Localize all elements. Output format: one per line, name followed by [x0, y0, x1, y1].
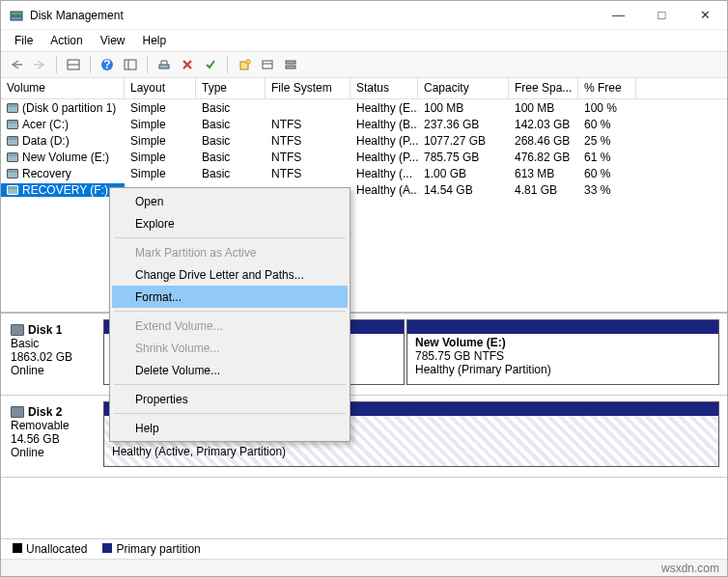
properties-button[interactable]: [258, 55, 277, 74]
volume-row[interactable]: RecoverySimpleBasicNTFSHealthy (...1.00 …: [1, 165, 727, 181]
disk-status: Online: [11, 446, 98, 459]
volume-table-header: Volume Layout Type File System Status Ca…: [1, 78, 727, 99]
svg-rect-1: [11, 16, 22, 20]
col-layout[interactable]: Layout: [125, 78, 196, 98]
app-icon: [9, 8, 24, 23]
cell: 100 MB: [418, 101, 509, 115]
context-menu: Open Explore Mark Partition as Active Ch…: [109, 187, 350, 442]
toolbar-separator: [56, 56, 57, 73]
disk-icon: [11, 324, 24, 336]
ctx-mark-active: Mark Partition as Active: [112, 241, 348, 263]
disk-size: 1863.02 GB: [11, 350, 98, 364]
help-button[interactable]: ?: [98, 55, 117, 74]
ctx-change-letter[interactable]: Change Drive Letter and Paths...: [112, 263, 348, 286]
window-controls: — □ ✕: [597, 1, 727, 29]
scan-button[interactable]: [154, 55, 174, 74]
cell: 237.36 GB: [418, 118, 509, 131]
forward-button[interactable]: [30, 55, 49, 74]
ctx-shrink: Shrink Volume...: [112, 337, 348, 359]
menu-action[interactable]: Action: [42, 32, 90, 49]
cell: 60 %: [578, 167, 636, 180]
volume-icon: [7, 152, 18, 162]
cell: NTFS: [266, 167, 350, 180]
ctx-open[interactable]: Open: [112, 190, 348, 212]
cell: Simple: [125, 134, 196, 148]
toolbar-separator: [227, 56, 228, 73]
col-capacity[interactable]: Capacity: [418, 78, 509, 98]
disk-type: Basic: [11, 337, 98, 350]
disk-size: 14.56 GB: [11, 432, 98, 446]
svg-rect-13: [286, 61, 295, 64]
legend-unallocated: Unallocated: [13, 542, 87, 556]
cell: Basic: [196, 101, 266, 115]
cell: 1.00 GB: [418, 167, 509, 180]
cell: 60 %: [578, 118, 636, 131]
cell: Simple: [125, 167, 196, 180]
cell: Healthy (A...: [350, 183, 418, 197]
window-title: Disk Management: [30, 9, 597, 22]
col-status[interactable]: Status: [350, 78, 418, 98]
disk1-part-newvolume[interactable]: New Volume (E:) 785.75 GB NTFS Healthy (…: [406, 319, 719, 385]
col-free[interactable]: Free Spa...: [509, 78, 578, 98]
volume-row[interactable]: Data (D:)SimpleBasicNTFSHealthy (P...107…: [1, 132, 727, 149]
settings-button[interactable]: [121, 55, 140, 74]
disk-label-2: Disk 2 Removable 14.56 GB Online: [9, 401, 98, 467]
ctx-help[interactable]: Help: [112, 417, 348, 439]
cell: Simple: [125, 101, 196, 115]
minimize-button[interactable]: —: [597, 1, 640, 29]
cell: 476.82 GB: [509, 151, 578, 164]
col-type[interactable]: Type: [196, 78, 266, 98]
cell: NTFS: [266, 134, 350, 148]
ctx-delete[interactable]: Delete Volume...: [112, 359, 348, 381]
footer: wsxdn.com: [1, 559, 727, 576]
svg-rect-11: [263, 61, 272, 69]
svg-rect-8: [159, 65, 169, 69]
cell: Healthy (P...: [350, 151, 418, 164]
cell: 25 %: [578, 134, 636, 148]
menu-view[interactable]: View: [93, 32, 133, 49]
ctx-divider: [114, 384, 346, 385]
volume-icon: [7, 120, 18, 129]
volume-row[interactable]: Acer (C:)SimpleBasicNTFSHealthy (B...237…: [1, 116, 727, 132]
svg-rect-0: [11, 12, 22, 15]
close-button[interactable]: ✕: [684, 1, 727, 29]
cell: 33 %: [578, 183, 636, 197]
volume-icon: [7, 169, 18, 179]
col-filesystem[interactable]: File System: [266, 78, 350, 98]
svg-rect-14: [286, 66, 295, 69]
disks-button[interactable]: [281, 55, 300, 74]
toolbar: ?: [1, 51, 727, 78]
disk-status: Online: [11, 364, 98, 377]
volume-row[interactable]: (Disk 0 partition 1)SimpleBasicHealthy (…: [1, 99, 727, 116]
toolbar-separator: [90, 56, 91, 73]
new-volume-button[interactable]: [235, 55, 254, 74]
cell: 14.54 GB: [418, 183, 509, 197]
cell: RECOVERY (F:): [1, 183, 125, 197]
cell: NTFS: [266, 118, 350, 131]
cell: 100 %: [578, 101, 636, 115]
disk-label-1: Disk 1 Basic 1863.02 GB Online: [9, 319, 98, 385]
delete-button[interactable]: [178, 55, 197, 74]
check-button[interactable]: [201, 55, 220, 74]
back-button[interactable]: [7, 55, 26, 74]
ctx-format[interactable]: Format...: [112, 286, 348, 308]
layout-button[interactable]: [64, 55, 83, 74]
col-volume[interactable]: Volume: [1, 78, 125, 98]
volume-row[interactable]: New Volume (E:)SimpleBasicNTFSHealthy (P…: [1, 149, 727, 165]
menu-file[interactable]: File: [7, 32, 41, 49]
ctx-properties[interactable]: Properties: [112, 388, 348, 410]
col-pctfree[interactable]: % Free: [578, 78, 636, 98]
cell: 268.46 GB: [509, 134, 578, 148]
disk-name: Disk 1: [28, 323, 62, 337]
partition-title: New Volume (E:): [415, 336, 506, 349]
partition-status: Healthy (Primary Partition): [415, 363, 711, 376]
svg-rect-6: [125, 60, 136, 69]
svg-point-10: [246, 60, 250, 64]
ctx-divider: [114, 413, 346, 414]
cell: 1077.27 GB: [418, 134, 509, 148]
ctx-explore[interactable]: Explore: [112, 212, 348, 234]
maximize-button[interactable]: □: [640, 1, 684, 29]
volume-icon: [7, 103, 18, 113]
menu-help[interactable]: Help: [135, 32, 175, 49]
toolbar-separator: [147, 56, 148, 73]
